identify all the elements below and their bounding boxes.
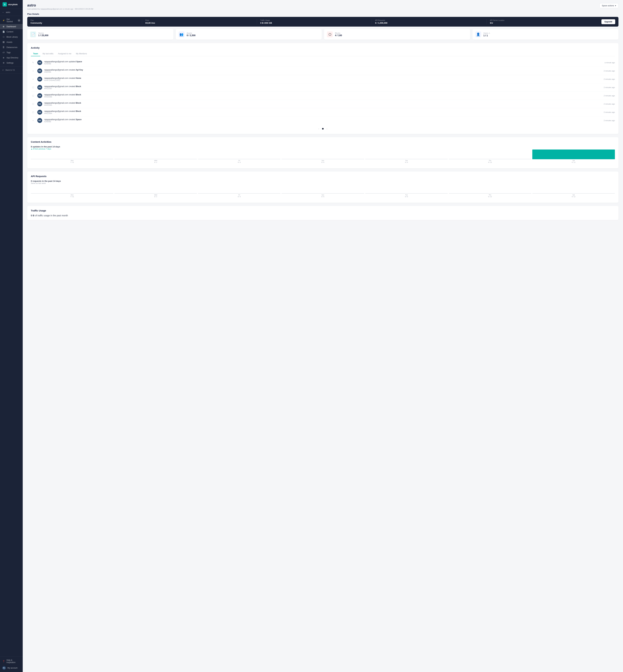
act-text-2: rajagopalilango@gmail.com created Home bbox=[44, 77, 602, 79]
chart-bar-3 bbox=[281, 193, 364, 194]
act-id-5: #4415365 bbox=[44, 104, 602, 106]
act-time-4: 2 minutes ago bbox=[604, 95, 615, 97]
tags-icon: 🏷 bbox=[2, 51, 5, 54]
sidebar-item-tags[interactable]: 🏷 Tags bbox=[0, 50, 23, 55]
tab-assigned-to-me[interactable]: Assigned to me bbox=[56, 52, 73, 56]
act-avatar-4: RA bbox=[37, 93, 42, 98]
act-time-0: a minute ago bbox=[604, 62, 615, 64]
activity-item: ⬡ RA rajagopalilango@gmail.com created B… bbox=[31, 100, 615, 108]
chart-bar-1 bbox=[114, 159, 197, 159]
user-avatar: RA bbox=[2, 666, 6, 670]
act-avatar-2: RA bbox=[37, 77, 42, 82]
sidebar-item-block-library[interactable]: ⬡ Block Library bbox=[0, 34, 23, 39]
plan-item-location: API Server Location EU bbox=[490, 20, 598, 24]
stat-value-users: 1 / 1 bbox=[483, 34, 490, 37]
sidebar-item-label-content: Content bbox=[6, 31, 13, 33]
act-icon-1: + bbox=[31, 69, 35, 73]
act-time-1: 2 minutes ago bbox=[604, 70, 615, 72]
chart-label-5: Thu8 / 10 bbox=[488, 194, 492, 198]
chart-col-5: Thu8 / 10 bbox=[449, 193, 531, 198]
stat-label-blocks: Blocks bbox=[335, 32, 342, 34]
activity-item: ⬡ RA rajagopalilango@gmail.com created B… bbox=[31, 108, 615, 116]
chart-col-5: Thu8 / 10 bbox=[449, 159, 531, 163]
traffic-label: Traffic Usage bbox=[260, 20, 368, 21]
api-value: 0 / 1,000,000 bbox=[375, 22, 483, 24]
main-content: astro Last updated by rajagopalilango@gm… bbox=[23, 0, 623, 672]
home-icon: ⊞ bbox=[2, 25, 5, 28]
chart-bar-6 bbox=[532, 150, 615, 159]
stats-row: 📄 Stories 1 / 25,000 👥 Assets 0 / 2,500 … bbox=[27, 29, 619, 39]
chart-bar-1 bbox=[114, 193, 197, 194]
act-icon-7: + bbox=[31, 118, 35, 123]
act-icon-3: ⬡ bbox=[31, 85, 35, 90]
plan-section-title: Plan Details bbox=[27, 13, 619, 15]
sidebar-space-label: astro bbox=[6, 11, 10, 13]
space-actions-label: Space actions bbox=[602, 4, 614, 7]
stat-icon-stories: 📄 bbox=[30, 31, 36, 37]
datasources-icon: 🗄 bbox=[2, 46, 5, 49]
sidebar-item-account[interactable]: RA My account bbox=[0, 665, 23, 671]
api-number: 0 bbox=[31, 180, 32, 182]
tab-my-mentions[interactable]: My Mentions bbox=[73, 52, 89, 56]
space-actions-button[interactable]: Space actions ▾ bbox=[599, 3, 619, 8]
arrow-left-icon: ← bbox=[2, 11, 4, 13]
sidebar-item-label-assets: Assets bbox=[6, 41, 12, 43]
close-icon[interactable]: ✕ bbox=[18, 19, 21, 22]
sidebar-item-settings[interactable]: ⚙ Settings bbox=[0, 60, 23, 65]
sidebar-logo: S storyblok bbox=[0, 0, 23, 9]
page-header: astro Last updated by rajagopalilango@gm… bbox=[27, 3, 619, 10]
traffic-usage-section: Traffic Usage 0 B of traffic usage in th… bbox=[27, 206, 619, 220]
chart-label-1: Wed8 / 2 bbox=[154, 194, 157, 198]
tab-team[interactable]: Team bbox=[31, 52, 40, 56]
sidebar-item-dashboard[interactable]: ⊞ Dashboard bbox=[0, 24, 23, 29]
chart-bar-6 bbox=[532, 193, 615, 194]
stat-card-users: 👤 Users ⚠ 1 / 1 bbox=[472, 29, 619, 39]
back-icon: ↩ bbox=[2, 69, 4, 71]
updates-trend: ▲ 8 from previous 7 days bbox=[31, 148, 615, 150]
sidebar-back-label: Back to V1 bbox=[5, 69, 15, 71]
plan-value: Community bbox=[30, 22, 139, 24]
sidebar-item-label-tags: Tags bbox=[6, 52, 10, 54]
chart-label-1: Wed8 / 2 bbox=[154, 160, 157, 163]
sidebar-item-datasources[interactable]: 🗄 Datasources bbox=[0, 45, 23, 50]
traffic-amount: 0 B bbox=[31, 214, 34, 217]
page-dot-1[interactable] bbox=[322, 128, 324, 129]
sidebar-back-section: ↩ Back to V1 bbox=[0, 67, 23, 73]
chart-col-6: Sat8 / 12 bbox=[532, 193, 615, 198]
sidebar-back-to-v1[interactable]: ↩ Back to V1 bbox=[0, 68, 23, 72]
act-icon-0: ✎ bbox=[31, 60, 35, 65]
act-id-7: #246486 bbox=[44, 121, 602, 123]
sidebar-item-help[interactable]: ❓ Help & Inspiration bbox=[0, 658, 23, 665]
traffic-suffix: of traffic usage in the past month bbox=[35, 214, 68, 217]
chart-label-2: Fri8 / 4 bbox=[238, 160, 241, 163]
content-activities-header: 8 updates in the past 14 days ▲ 8 from p… bbox=[31, 146, 615, 150]
price-value: €0,00 /mo bbox=[145, 22, 254, 24]
act-id-4: #4415366 bbox=[44, 96, 602, 98]
stat-icon-assets: 👥 bbox=[179, 31, 184, 37]
act-text-6: rajagopalilango@gmail.com created Block bbox=[44, 110, 602, 112]
act-id-6: #4413364 bbox=[44, 112, 602, 114]
next-page-button[interactable]: › bbox=[325, 127, 329, 131]
stat-value-assets: 0 / 2,500 bbox=[187, 34, 196, 37]
tab-my-last-edits[interactable]: My last edits bbox=[40, 52, 56, 56]
sidebar-item-assets[interactable]: 🖼 Assets bbox=[0, 39, 23, 45]
activity-item: + RA rajagopalilango@gmail.com created H… bbox=[31, 75, 615, 83]
sidebar-bottom: ❓ Help & Inspiration RA My account bbox=[0, 656, 23, 672]
activity-item: ⬡ RA rajagopalilango@gmail.com created B… bbox=[31, 92, 615, 100]
sidebar-item-app-directory[interactable]: ⊕ App Directory bbox=[0, 55, 23, 60]
upgrade-button[interactable]: Upgrade bbox=[601, 19, 615, 24]
content-icon: 📄 bbox=[2, 30, 5, 33]
sidebar-help-label: Help & Inspiration bbox=[6, 659, 21, 664]
chart-label-0: Mon7 / 31 bbox=[70, 194, 74, 198]
chart-col-2: Fri8 / 4 bbox=[198, 193, 280, 198]
updates-number: 8 bbox=[31, 146, 32, 148]
act-content-4: rajagopalilango@gmail.com created Block … bbox=[44, 94, 602, 98]
act-text-5: rajagopalilango@gmail.com created Block bbox=[44, 102, 602, 104]
chart-label-4: Tue8 / 8 bbox=[405, 160, 408, 163]
sidebar-item-content[interactable]: 📄 Content bbox=[0, 29, 23, 34]
sidebar-space-item[interactable]: ← astro bbox=[0, 10, 23, 15]
sidebar-item-label-datasources: Datasources bbox=[6, 46, 17, 49]
act-text-4: rajagopalilango@gmail.com created Block bbox=[44, 94, 602, 96]
sidebar-item-get-started[interactable]: ⚡ Get Started ✕ bbox=[0, 17, 23, 24]
prev-page-button[interactable]: ‹ bbox=[317, 127, 321, 131]
